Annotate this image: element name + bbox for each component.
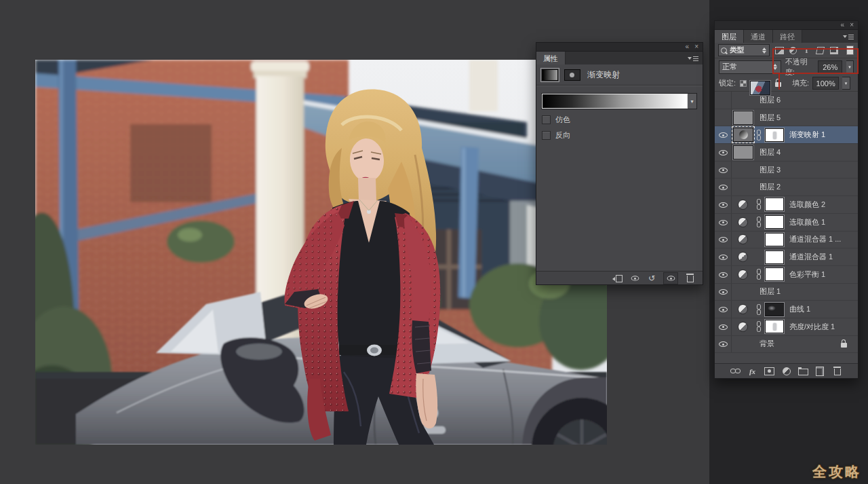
layer-row[interactable]: 选取颜色 2 (715, 196, 858, 214)
tab-layers[interactable]: 图层 (715, 30, 744, 43)
fill-dropdown-arrow[interactable]: ▾ (842, 77, 850, 90)
layer-row[interactable]: 图层 5 (715, 109, 858, 127)
filter-switch-icon[interactable] (846, 46, 854, 55)
visibility-toggle[interactable] (715, 144, 732, 161)
layer-thumbnail[interactable] (750, 81, 770, 95)
collapse-panel-icon[interactable]: « (841, 22, 845, 29)
smartobject-filter-icon[interactable] (829, 46, 838, 55)
filter-kind-dropdown[interactable]: 类型 (718, 44, 770, 56)
clip-to-layer-icon[interactable] (612, 274, 623, 283)
add-layer-mask-icon[interactable] (764, 366, 775, 376)
gradient-picker-arrow[interactable]: ▾ (688, 93, 697, 109)
layer-row[interactable]: 曲线 1 (715, 301, 858, 318)
adjustment-filter-icon[interactable] (789, 46, 797, 55)
close-panel-icon[interactable]: × (694, 43, 698, 50)
visibility-toggle[interactable] (715, 92, 732, 109)
document-canvas[interactable] (35, 60, 607, 445)
mask-target-icon[interactable] (564, 69, 580, 81)
visibility-toggle[interactable] (715, 301, 732, 318)
layer-row[interactable]: 图层 1 (715, 284, 858, 301)
visibility-toggle[interactable] (715, 248, 732, 265)
visibility-icon[interactable] (663, 272, 678, 284)
layer-row[interactable]: 图层 2 (715, 179, 858, 196)
visibility-toggle[interactable] (715, 266, 732, 283)
visibility-toggle[interactable] (715, 231, 732, 248)
visibility-toggle[interactable] (715, 162, 732, 179)
visibility-toggle[interactable] (715, 214, 732, 231)
delete-adjustment-icon[interactable] (684, 273, 696, 283)
layer-mask-thumbnail[interactable] (765, 215, 784, 229)
link-icon (756, 130, 761, 141)
layers-tabstrip: 图层 通道 路径 (715, 30, 858, 43)
new-group-icon[interactable] (797, 366, 809, 376)
layer-mask-thumbnail[interactable] (765, 303, 784, 316)
tab-channels[interactable]: 通道 (744, 30, 773, 43)
previous-state-icon[interactable] (629, 274, 640, 283)
layer-row[interactable]: 渐变映射 1 (715, 126, 858, 144)
delete-layer-icon[interactable] (831, 366, 843, 376)
layers-panel-titlebar[interactable]: « × (715, 21, 858, 30)
layer-mask-thumbnail[interactable] (765, 198, 784, 211)
layer-row[interactable]: 图层 6 (715, 92, 858, 109)
fill-value[interactable]: 100% (812, 77, 839, 90)
layer-mask-thumbnail[interactable] (765, 320, 784, 333)
properties-panel-titlebar[interactable]: « × (536, 43, 703, 52)
adjustment-layer-icon[interactable] (738, 269, 748, 280)
layer-mask-thumbnail[interactable] (765, 233, 784, 246)
lock-transparency-icon[interactable] (739, 79, 747, 88)
adjustment-layer-icon[interactable] (738, 217, 748, 227)
visibility-toggle[interactable] (715, 179, 732, 196)
layer-row[interactable]: 选取颜色 1 (715, 214, 858, 231)
new-layer-icon[interactable] (814, 366, 826, 376)
type-filter-icon[interactable]: T (802, 46, 811, 55)
adjustment-layer-icon[interactable] (738, 304, 748, 314)
layer-row[interactable]: 亮度/对比度 1 (715, 318, 858, 336)
layer-mask-thumbnail[interactable] (765, 267, 784, 281)
gradient-map-thumbnail[interactable] (733, 128, 753, 142)
blend-mode-dropdown[interactable]: 正常 (719, 60, 781, 74)
eye-icon (719, 130, 728, 139)
layer-row[interactable]: 色彩平衡 1 (715, 266, 858, 284)
adjustment-layer-icon[interactable] (738, 234, 748, 244)
close-panel-icon[interactable]: × (850, 22, 854, 29)
lock-all-icon[interactable] (774, 79, 782, 88)
visibility-toggle[interactable] (715, 318, 732, 335)
visibility-toggle[interactable] (715, 126, 732, 143)
visibility-toggle[interactable] (715, 109, 732, 126)
dither-checkbox[interactable] (542, 115, 551, 124)
layer-row[interactable]: 背景 (715, 336, 858, 354)
thumbnail-slot (732, 252, 754, 262)
layer-mask-thumbnail[interactable] (765, 250, 784, 264)
layer-thumbnail[interactable] (733, 145, 753, 160)
collapse-panel-icon[interactable]: « (686, 43, 690, 50)
layer-name: 图层 3 (760, 165, 781, 175)
adjustment-layer-icon[interactable] (738, 322, 748, 332)
opacity-value[interactable]: 26% (818, 60, 842, 73)
layer-row[interactable]: 图层 3 (715, 162, 858, 179)
layer-thumbnail[interactable] (733, 111, 753, 125)
layer-mask-thumbnail[interactable] (765, 128, 784, 142)
layer-style-icon[interactable]: fx (747, 366, 758, 376)
opacity-dropdown-arrow[interactable]: ▾ (846, 60, 854, 73)
tab-properties[interactable]: 属性 (536, 52, 566, 64)
pixel-filter-icon[interactable] (775, 46, 784, 55)
layer-name: 图层 5 (760, 113, 781, 123)
layer-row[interactable]: 通道混合器 1 (715, 248, 858, 266)
tab-paths[interactable]: 路径 (773, 30, 802, 43)
gradient-preview[interactable] (542, 94, 688, 109)
shape-filter-icon[interactable] (816, 46, 825, 55)
layer-row[interactable]: 图层 4 (715, 144, 858, 162)
panel-menu-icon[interactable] (688, 55, 698, 62)
reset-icon[interactable]: ↺ (646, 274, 657, 283)
link-layers-icon[interactable] (730, 366, 741, 376)
visibility-toggle[interactable] (715, 284, 732, 301)
panel-menu-icon[interactable] (843, 33, 854, 40)
adjustment-layer-icon[interactable] (738, 252, 748, 262)
reverse-checkbox[interactable] (542, 131, 551, 140)
visibility-toggle[interactable] (715, 336, 732, 353)
new-adjustment-layer-icon[interactable] (781, 366, 792, 376)
adjustment-layer-icon[interactable] (738, 200, 748, 210)
dropdown-arrows-icon (773, 64, 778, 70)
visibility-toggle[interactable] (715, 196, 732, 213)
layer-row[interactable]: 通道混合器 1 ... (715, 231, 858, 249)
